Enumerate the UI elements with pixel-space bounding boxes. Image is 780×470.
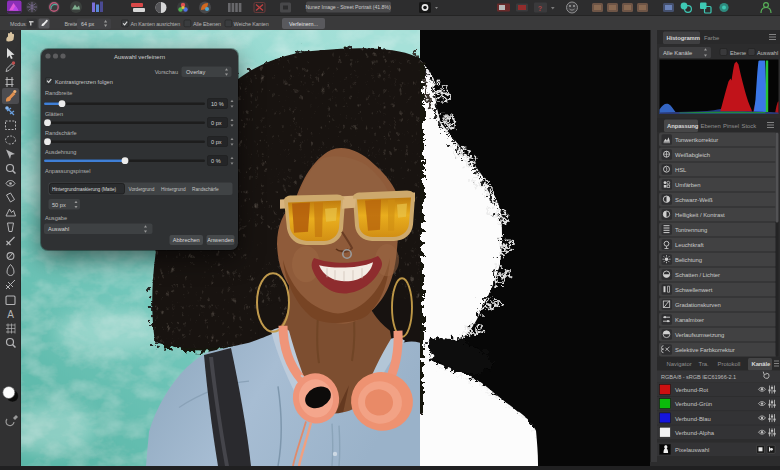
svg-text:Overlay: Overlay (186, 69, 205, 75)
svg-text:HSL: HSL (675, 167, 687, 173)
svg-text:Tontrennung: Tontrennung (675, 227, 707, 233)
svg-text:50 px: 50 px (52, 202, 66, 208)
svg-text:0 px: 0 px (211, 139, 222, 145)
svg-text:Auswahl verfeinern: Auswahl verfeinern (114, 54, 165, 60)
svg-text:0 %: 0 % (211, 158, 221, 164)
svg-text:Umfärben: Umfärben (675, 182, 700, 188)
svg-text:Vorschau: Vorschau (155, 69, 178, 75)
svg-text:Anpassung: Anpassung (667, 123, 699, 129)
svg-text:Kanäle: Kanäle (752, 361, 772, 367)
svg-text:Verbund-Alpha: Verbund-Alpha (675, 430, 715, 436)
svg-text:?: ? (538, 5, 542, 12)
svg-text:Verbund-Blau: Verbund-Blau (675, 416, 711, 422)
svg-text:Nunez Image - Street Portrait: Nunez Image - Street Portrait (41.8%) (305, 4, 391, 10)
svg-text:Abbrechen: Abbrechen (173, 237, 200, 243)
svg-text:Randschärfe: Randschärfe (45, 130, 77, 136)
svg-text:Farbe: Farbe (704, 35, 720, 41)
svg-text:Ebene: Ebene (730, 50, 746, 56)
svg-text:Weißabgleich: Weißabgleich (675, 152, 710, 158)
svg-text:Tra.: Tra. (699, 361, 710, 367)
svg-text:Verlaufsumsetzung: Verlaufsumsetzung (675, 332, 724, 338)
svg-text:Gradationskurven: Gradationskurven (675, 302, 721, 308)
svg-text:Verfeinern...: Verfeinern... (289, 21, 318, 27)
svg-text:Hintergrundmaskierung (Matte): Hintergrundmaskierung (Matte) (52, 187, 117, 192)
svg-text:Protokoll: Protokoll (718, 361, 741, 367)
svg-text:Pixelauswahl: Pixelauswahl (675, 447, 709, 453)
svg-text:Anpassungspinsel: Anpassungspinsel (45, 168, 90, 174)
svg-text:Stock: Stock (742, 123, 757, 129)
svg-text:Leuchtkraft: Leuchtkraft (675, 242, 704, 248)
svg-text:64 px: 64 px (81, 21, 94, 27)
svg-text:Randschärfe: Randschärfe (192, 187, 219, 192)
svg-text:An Kanten ausrichten: An Kanten ausrichten (131, 21, 181, 27)
svg-text:Alle Kanäle: Alle Kanäle (663, 50, 692, 56)
svg-text:Belichtung: Belichtung (675, 257, 702, 263)
svg-text:Navigator: Navigator (667, 361, 692, 367)
svg-text:Ausdehnung: Ausdehnung (45, 149, 76, 155)
svg-text:Histogramm: Histogramm (667, 35, 700, 41)
svg-text:Pinsel: Pinsel (723, 123, 739, 129)
svg-text:Weiche Kanten: Weiche Kanten (234, 21, 269, 27)
svg-text:Auswahl: Auswahl (48, 226, 69, 232)
svg-text:Schwarz-Weiß: Schwarz-Weiß (675, 197, 713, 203)
svg-text:Kontrastgrenzen folgen: Kontrastgrenzen folgen (55, 79, 113, 85)
svg-text:RGBA/8 - sRGB IEC61966-2.1: RGBA/8 - sRGB IEC61966-2.1 (661, 374, 736, 380)
svg-text:Verbund-Grün: Verbund-Grün (675, 401, 712, 407)
svg-text:Vordergrund: Vordergrund (129, 187, 155, 192)
svg-text:Schwellenwert: Schwellenwert (675, 287, 713, 293)
svg-text:Helligkeit / Kontrast: Helligkeit / Kontrast (675, 212, 725, 218)
svg-text:Ebenen: Ebenen (701, 123, 721, 129)
svg-text:Randbreite: Randbreite (45, 90, 72, 96)
svg-text:Tonwertkorrektur: Tonwertkorrektur (675, 137, 718, 143)
svg-text:A: A (7, 309, 14, 320)
svg-text:Selektive Farbkorrektur: Selektive Farbkorrektur (675, 347, 735, 353)
svg-text:Verbund-Rot: Verbund-Rot (675, 387, 708, 393)
svg-text:Auswahl: Auswahl (757, 50, 778, 56)
svg-text:0 px: 0 px (211, 120, 222, 126)
svg-text:Anwenden: Anwenden (207, 237, 233, 243)
svg-text:Alle Ebenen: Alle Ebenen (193, 21, 221, 27)
svg-text:Kanalmixer: Kanalmixer (675, 317, 704, 323)
svg-text:10 %: 10 % (211, 101, 224, 107)
svg-text:Ausgabe: Ausgabe (45, 215, 67, 221)
svg-text:Schatten / Lichter: Schatten / Lichter (675, 272, 720, 278)
svg-text:Modus:: Modus: (10, 21, 27, 27)
svg-text:Hintergrund: Hintergrund (161, 187, 186, 192)
svg-text:Glätten: Glätten (45, 111, 63, 117)
